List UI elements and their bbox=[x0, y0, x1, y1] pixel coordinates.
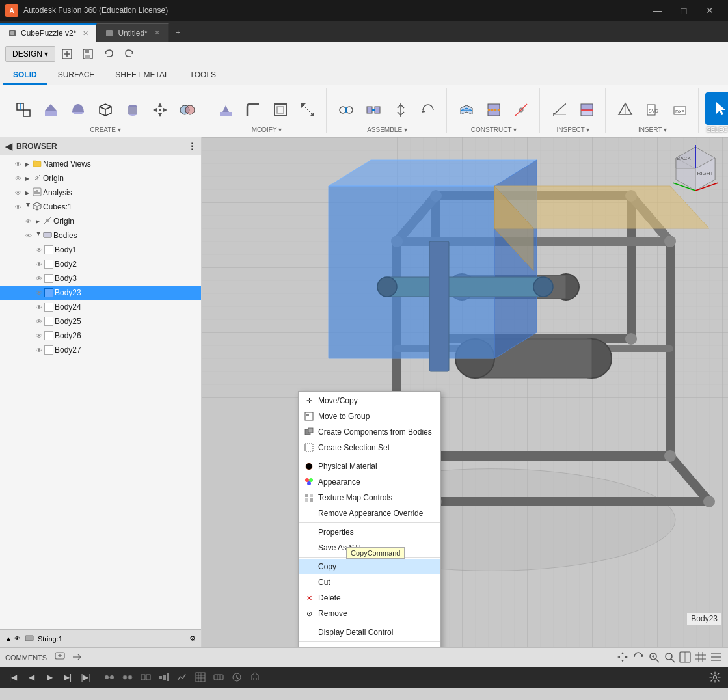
expand-comments-icon[interactable] bbox=[72, 652, 82, 664]
quick-save[interactable] bbox=[79, 45, 97, 63]
next-end-button[interactable]: |▶| bbox=[78, 669, 94, 685]
motion-link-tool[interactable] bbox=[415, 95, 441, 125]
shell-tool[interactable] bbox=[267, 95, 293, 125]
quick-new[interactable] bbox=[58, 45, 76, 63]
timeline-icon5[interactable] bbox=[174, 669, 190, 685]
tab-sheetmetal[interactable]: SHEET METAL bbox=[105, 66, 179, 85]
tree-item-body2[interactable]: 👁 Body2 bbox=[0, 257, 201, 271]
ctx-remove[interactable]: ⊙ Remove bbox=[299, 606, 440, 621]
tree-item-body3[interactable]: 👁 Body3 bbox=[0, 271, 201, 286]
tree-item-cubes-origin[interactable]: 👁 ▶ Origin bbox=[0, 214, 201, 228]
body3-checkbox[interactable] bbox=[44, 274, 53, 283]
next-button[interactable]: ▶| bbox=[60, 669, 75, 685]
minimize-button[interactable]: — bbox=[645, 0, 671, 21]
ctx-remove-appearance[interactable]: Remove Appearance Override bbox=[299, 505, 440, 521]
add-tab-button[interactable]: + bbox=[169, 23, 188, 42]
align-tool[interactable] bbox=[388, 95, 414, 125]
redo-button[interactable] bbox=[120, 45, 139, 63]
ctx-delete[interactable]: ✕ Delete bbox=[299, 590, 440, 606]
orientation-cube[interactable]: RIGHT BACK bbox=[669, 144, 721, 196]
tab-untitled[interactable]: Untitled* ✕ bbox=[97, 23, 168, 42]
ctx-cut[interactable]: Cut bbox=[299, 574, 440, 590]
ctx-copy[interactable]: Copy bbox=[299, 559, 440, 574]
timeline-icon8[interactable] bbox=[229, 669, 245, 685]
move-tool[interactable] bbox=[147, 95, 173, 125]
tree-item-cubes[interactable]: 👁 ▶ Cubes:1 bbox=[0, 200, 201, 214]
pan-icon[interactable] bbox=[616, 651, 629, 665]
tree-item-named-views[interactable]: 👁 ▶ Named Views bbox=[0, 157, 201, 171]
joint-tool[interactable] bbox=[333, 95, 359, 125]
offset-plane-tool[interactable] bbox=[453, 95, 479, 125]
tree-item-bodies[interactable]: 👁 ▶ Bodies bbox=[0, 228, 201, 243]
ctx-move-to-group[interactable]: Move to Group bbox=[299, 409, 440, 424]
tree-item-body26[interactable]: 👁 Body26 bbox=[0, 329, 201, 343]
insert-svg-tool[interactable]: SVG bbox=[640, 95, 666, 125]
ctx-texture-map[interactable]: Texture Map Controls bbox=[299, 490, 440, 505]
tab-untitled-close[interactable]: ✕ bbox=[154, 29, 160, 37]
timeline-icon3[interactable] bbox=[138, 669, 154, 685]
midplane-tool[interactable] bbox=[481, 95, 507, 125]
insert-dxf-tool[interactable]: DXF bbox=[667, 95, 693, 125]
more-display-icon[interactable] bbox=[710, 651, 723, 665]
tree-item-analysis[interactable]: 👁 ▶ Analysis bbox=[0, 185, 201, 200]
rigid-group-tool[interactable] bbox=[360, 95, 386, 125]
tree-item-body1[interactable]: 👁 Body1 bbox=[0, 243, 201, 257]
timeline-icon2[interactable] bbox=[120, 669, 135, 685]
tab-tools[interactable]: TOOLS bbox=[180, 66, 226, 85]
collapse-footer-icon[interactable]: ▲ bbox=[5, 635, 12, 642]
section-analysis-tool[interactable] bbox=[574, 95, 600, 125]
add-comment-icon[interactable] bbox=[55, 652, 65, 664]
undo-button[interactable] bbox=[100, 45, 118, 63]
body1-checkbox[interactable] bbox=[44, 245, 53, 254]
body2-checkbox[interactable] bbox=[44, 260, 53, 269]
ctx-display-detail[interactable]: Display Detail Control bbox=[299, 625, 440, 640]
insert-mesh-tool[interactable] bbox=[612, 95, 638, 125]
press-pull-tool[interactable] bbox=[213, 95, 239, 125]
browser-menu-icon[interactable]: ⋮ bbox=[188, 142, 196, 151]
zoom-icon[interactable] bbox=[647, 651, 660, 665]
collapse-icon[interactable]: ◀ bbox=[5, 141, 12, 152]
cylinder-tool[interactable] bbox=[120, 95, 146, 125]
timeline-icon9[interactable] bbox=[247, 669, 263, 685]
select-button[interactable] bbox=[705, 92, 728, 125]
tab-cubepuzzle[interactable]: CubePuzzle v2* ✕ bbox=[0, 23, 97, 42]
tree-item-body25[interactable]: 👁 Body25 bbox=[0, 314, 201, 329]
tree-item-body27[interactable]: 👁 Body27 bbox=[0, 343, 201, 357]
play-button[interactable]: ▶ bbox=[42, 669, 57, 685]
ctx-physical-material[interactable]: Physical Material bbox=[299, 459, 440, 474]
body24-checkbox[interactable] bbox=[44, 303, 53, 312]
body27-checkbox[interactable] bbox=[44, 345, 53, 355]
timeline-icon4[interactable] bbox=[156, 669, 172, 685]
tree-item-body24[interactable]: 👁 Body24 bbox=[0, 300, 201, 314]
settings-button[interactable] bbox=[707, 669, 723, 685]
ctx-create-components[interactable]: Create Components from Bodies bbox=[299, 424, 440, 440]
prev-start-button[interactable]: |◀ bbox=[5, 669, 21, 685]
prev-button[interactable]: ◀ bbox=[23, 669, 39, 685]
scale-tool[interactable] bbox=[295, 95, 321, 125]
tree-item-origin[interactable]: 👁 ▶ Origin bbox=[0, 171, 201, 185]
body26-checkbox[interactable] bbox=[44, 331, 53, 340]
display-mode-icon[interactable] bbox=[679, 651, 692, 665]
ctx-create-selection-set[interactable]: Create Selection Set bbox=[299, 440, 440, 455]
ctx-appearance[interactable]: Appearance bbox=[299, 474, 440, 490]
ctx-move-copy[interactable]: ✛ Move/Copy bbox=[299, 393, 440, 409]
close-button[interactable]: ✕ bbox=[697, 0, 723, 21]
tree-item-body23[interactable]: 👁 Body23 bbox=[0, 286, 201, 300]
tab-cubepuzzle-close[interactable]: ✕ bbox=[83, 29, 88, 38]
grid-display-icon[interactable] bbox=[694, 651, 707, 665]
fillet-tool[interactable] bbox=[240, 95, 266, 125]
design-dropdown[interactable]: DESIGN ▾ bbox=[5, 46, 55, 62]
zoom-fit-icon[interactable] bbox=[663, 651, 676, 665]
ctx-show-hide[interactable]: Show/Hide bbox=[299, 643, 440, 647]
tab-surface[interactable]: SURFACE bbox=[47, 66, 105, 85]
restore-button[interactable]: ◻ bbox=[671, 0, 697, 21]
body23-checkbox[interactable] bbox=[44, 288, 53, 297]
ctx-properties[interactable]: Properties bbox=[299, 524, 440, 540]
timeline-icon6[interactable] bbox=[193, 669, 208, 685]
timeline-icon7[interactable] bbox=[211, 669, 226, 685]
body25-checkbox[interactable] bbox=[44, 317, 53, 326]
new-component-tool[interactable] bbox=[10, 95, 36, 125]
tab-solid[interactable]: SOLID bbox=[3, 66, 47, 85]
combine-tool[interactable] bbox=[174, 95, 200, 125]
extrude-tool[interactable] bbox=[38, 95, 64, 125]
